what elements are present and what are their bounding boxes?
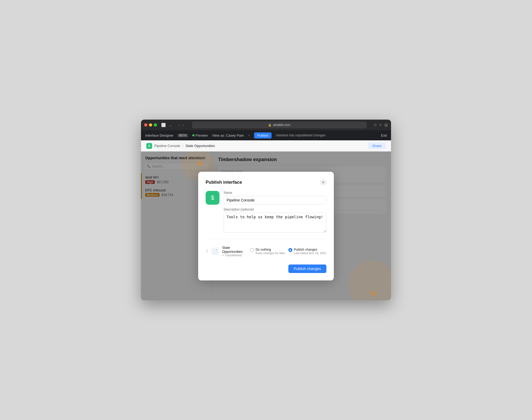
main-content: Opportunities that need attention! 🔍 Sea… xyxy=(141,152,391,300)
description-label: Description (optional) xyxy=(224,208,326,211)
forward-arrow-icon[interactable]: › xyxy=(181,122,185,128)
dialog-footer: Publish changes xyxy=(206,264,326,273)
dialog-title: Publish interface xyxy=(206,180,242,185)
window-controls: ⬜ ⌄ xyxy=(160,122,173,128)
publish-changes-sublabel: Last edited Nov 18, 2021 xyxy=(294,251,326,255)
beta-badge: BETA xyxy=(178,134,188,137)
preview-dot xyxy=(192,134,194,136)
modal-overlay: Publish interface × $ Name Description (… xyxy=(141,152,391,300)
add-tab-icon[interactable]: + xyxy=(379,123,382,127)
dialog-header: Publish interface × xyxy=(206,179,326,186)
do-nothing-label: Do nothing xyxy=(256,248,285,251)
share-button[interactable]: Share xyxy=(368,142,386,149)
publish-dialog: Publish interface × $ Name Description (… xyxy=(198,172,334,280)
sidebar-toggle-icon[interactable]: ⬜ xyxy=(160,122,167,128)
grid-icon[interactable]: ⊞ xyxy=(384,123,388,128)
status-arrow-icon: ↩ xyxy=(222,254,225,257)
title-bar-right-controls: ⎋ + ⊞ xyxy=(374,123,388,128)
do-nothing-radio[interactable] xyxy=(250,248,254,252)
name-label: Name xyxy=(224,191,326,195)
close-button[interactable] xyxy=(144,123,147,127)
preview-button[interactable]: Preview xyxy=(192,133,208,137)
fullscreen-button[interactable] xyxy=(154,123,157,127)
name-input[interactable] xyxy=(224,196,326,204)
back-arrow-icon[interactable]: ‹ xyxy=(177,122,181,128)
publish-changes-radio[interactable] xyxy=(288,248,292,252)
mac-window: ⬜ ⌄ ‹ › 🔒 airtable.com ⎋ + ⊞ Interface D… xyxy=(141,120,391,300)
publish-changes-label-group: Publish changes Last edited Nov 18, 2021 xyxy=(294,248,326,255)
page-row: ⠿ 📄 Stale Opportunities ↩ Unpublished xyxy=(206,243,326,259)
app-icon: S xyxy=(146,143,152,149)
page-info: Stale Opportunities ↩ Unpublished xyxy=(222,246,247,257)
do-nothing-option[interactable]: Do nothing Keep changes for later xyxy=(250,248,285,255)
breadcrumb-bar: S Pipeline Console / Stale Opportunities… xyxy=(141,140,391,152)
lock-icon: 🔒 xyxy=(268,124,271,127)
exit-button[interactable]: Exit xyxy=(381,133,387,137)
publish-changes-option[interactable]: Publish changes Last edited Nov 18, 2021 xyxy=(288,248,326,255)
page-type-icon: 📄 xyxy=(211,247,219,255)
preview-label: Preview xyxy=(196,133,208,137)
dialog-close-button[interactable]: × xyxy=(320,179,326,186)
dialog-fields: Name Description (optional) Tools to hel… xyxy=(224,191,326,234)
page-status: ↩ Unpublished xyxy=(222,254,247,257)
cursor-dot-top xyxy=(197,161,202,166)
share-icon[interactable]: ⎋ xyxy=(374,123,377,127)
pages-section: ⠿ 📄 Stale Opportunities ↩ Unpublished xyxy=(206,239,326,259)
publish-button[interactable]: Publish xyxy=(254,132,272,138)
unpublished-notice: Interface has unpublished changes xyxy=(276,133,325,137)
title-bar: ⬜ ⌄ ‹ › 🔒 airtable.com ⎋ + ⊞ xyxy=(141,120,391,130)
description-textarea[interactable]: Tools to help us keep the pipeline flowi… xyxy=(224,213,326,233)
minimize-button[interactable] xyxy=(149,123,152,127)
status-text: Unpublished xyxy=(225,254,242,257)
breadcrumb-app-link[interactable]: Pipeline Console xyxy=(154,144,180,148)
breadcrumb-current-page: Stale Opportunities xyxy=(185,144,215,148)
view-as-button[interactable]: View as: Casey Park xyxy=(212,133,244,137)
publish-changes-label: Publish changes xyxy=(294,248,326,251)
traffic-lights xyxy=(144,123,157,127)
url-text: airtable.com xyxy=(273,123,290,127)
chevron-down-icon[interactable]: ⌄ xyxy=(168,122,173,128)
cursor-dot-bottom xyxy=(371,291,376,296)
dialog-app-icon: $ xyxy=(206,191,219,205)
drag-handle-icon[interactable]: ⠿ xyxy=(206,249,208,253)
breadcrumb-separator: / xyxy=(182,144,184,148)
do-nothing-label-group: Do nothing Keep changes for later xyxy=(256,248,285,255)
interface-designer-title: Interface Designer xyxy=(145,133,173,137)
app-header: Interface Designer BETA Preview View as:… xyxy=(141,130,391,140)
url-bar[interactable]: 🔒 airtable.com xyxy=(192,121,366,128)
dialog-body: $ Name Description (optional) Tools to h… xyxy=(206,191,326,234)
page-name: Stale Opportunities xyxy=(222,246,247,254)
nav-arrows: ‹ › xyxy=(177,122,185,128)
do-nothing-sublabel: Keep changes for later xyxy=(256,251,285,255)
page-options: Do nothing Keep changes for later Publis… xyxy=(250,248,326,255)
publish-changes-button[interactable]: Publish changes xyxy=(288,264,326,273)
cursor-ring-bottom xyxy=(348,261,391,300)
